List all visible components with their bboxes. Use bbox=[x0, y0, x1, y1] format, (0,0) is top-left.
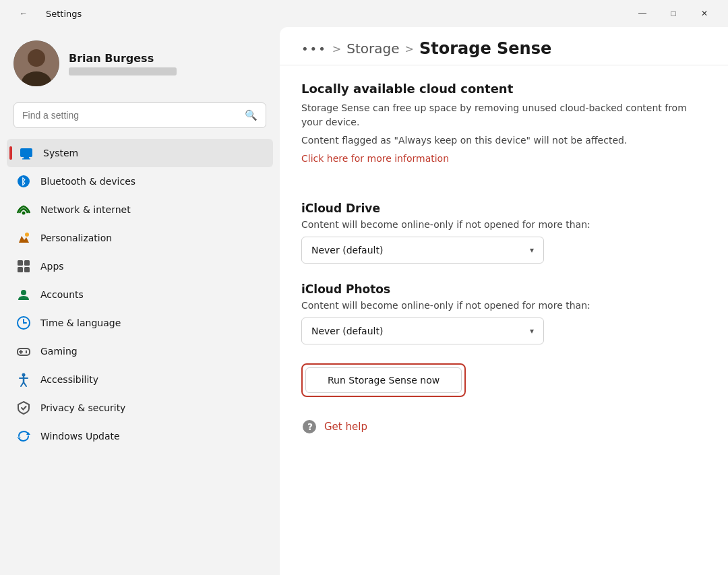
sidebar-item-gaming[interactable]: Gaming bbox=[7, 337, 273, 365]
svg-point-8 bbox=[22, 212, 26, 215]
back-button[interactable]: ← bbox=[8, 3, 39, 24]
svg-rect-11 bbox=[24, 260, 30, 266]
breadcrumb-sep1: > bbox=[332, 42, 341, 55]
run-button-container: Run Storage Sense now bbox=[301, 363, 706, 397]
personalization-icon bbox=[16, 231, 31, 245]
sidebar-item-time[interactable]: Time & language bbox=[7, 309, 273, 337]
icloud-photos-desc: Content will become online-only if not o… bbox=[301, 300, 706, 311]
search-box[interactable]: 🔍 bbox=[13, 102, 266, 128]
sidebar-item-accounts[interactable]: Accounts bbox=[7, 280, 273, 309]
breadcrumb-sep2: > bbox=[405, 42, 414, 55]
titlebar-title: Settings bbox=[46, 9, 82, 19]
time-icon bbox=[16, 315, 31, 330]
get-help-link[interactable]: ? Get help bbox=[301, 419, 706, 435]
cloud-content-section: Locally available cloud content Storage … bbox=[301, 82, 706, 183]
gaming-icon bbox=[16, 344, 31, 359]
sidebar-label-network: Network & internet bbox=[40, 204, 131, 215]
cloud-section-desc1: Storage Sense can free up space by remov… bbox=[301, 101, 706, 129]
svg-point-14 bbox=[21, 290, 26, 295]
sidebar-label-system: System bbox=[43, 148, 78, 158]
icloud-photos-section: iCloud Photos Content will become online… bbox=[301, 282, 706, 344]
more-info-link[interactable]: Click here for more information bbox=[301, 153, 449, 164]
svg-rect-10 bbox=[18, 260, 23, 266]
get-help-icon: ? bbox=[301, 419, 317, 435]
sidebar-label-apps: Apps bbox=[40, 261, 64, 272]
icloud-drive-desc: Content will become online-only if not o… bbox=[301, 219, 706, 230]
sidebar-item-bluetooth[interactable]: ᛒ Bluetooth & devices bbox=[7, 167, 273, 195]
sidebar-label-gaming: Gaming bbox=[40, 346, 78, 357]
breadcrumb-storage[interactable]: Storage bbox=[346, 40, 399, 57]
nav-list: System ᛒ Bluetooth & devices bbox=[0, 139, 280, 450]
run-storage-sense-button[interactable]: Run Storage Sense now bbox=[305, 367, 462, 393]
privacy-icon bbox=[16, 400, 31, 415]
system-icon bbox=[19, 146, 34, 160]
run-button-wrapper: Run Storage Sense now bbox=[301, 363, 466, 397]
sidebar-item-system[interactable]: System bbox=[7, 139, 273, 167]
svg-text:ᛒ: ᛒ bbox=[21, 177, 26, 187]
user-name: Brian Burgess bbox=[69, 52, 177, 65]
user-section[interactable]: Brian Burgess bbox=[0, 27, 280, 97]
search-input[interactable] bbox=[22, 110, 239, 121]
cloud-section-desc2: Content flagged as "Always keep on this … bbox=[301, 133, 706, 148]
svg-rect-5 bbox=[22, 158, 30, 160]
minimize-button[interactable]: — bbox=[627, 3, 658, 24]
breadcrumb-dots[interactable]: ••• bbox=[301, 42, 327, 56]
dropdown-arrow2-icon: ▾ bbox=[530, 326, 534, 336]
bluetooth-icon: ᛒ bbox=[16, 174, 31, 189]
avatar bbox=[13, 40, 59, 86]
svg-rect-12 bbox=[18, 267, 23, 272]
titlebar-left: ← Settings bbox=[8, 3, 82, 24]
get-help-label: Get help bbox=[324, 421, 367, 433]
sidebar-item-network[interactable]: Network & internet bbox=[7, 195, 273, 224]
svg-point-20 bbox=[26, 352, 27, 353]
sidebar-label-accounts: Accounts bbox=[40, 289, 84, 300]
breadcrumb: ••• > Storage > Storage Sense bbox=[280, 27, 728, 65]
icloud-photos-dropdown-value: Never (default) bbox=[311, 326, 383, 336]
update-icon bbox=[16, 429, 31, 444]
sidebar-item-personalization[interactable]: Personalization bbox=[7, 224, 273, 252]
sidebar-label-time: Time & language bbox=[40, 317, 121, 328]
sidebar-label-privacy: Privacy & security bbox=[40, 402, 125, 413]
apps-icon bbox=[16, 259, 31, 274]
active-indicator bbox=[9, 146, 12, 160]
sidebar-label-accessibility: Accessibility bbox=[40, 374, 98, 385]
icloud-photos-dropdown[interactable]: Never (default) ▾ bbox=[301, 317, 544, 344]
user-info: Brian Burgess bbox=[69, 52, 177, 75]
close-button[interactable]: ✕ bbox=[689, 3, 720, 24]
sidebar-label-personalization: Personalization bbox=[40, 233, 112, 243]
svg-point-1 bbox=[28, 49, 45, 67]
cloud-section-title: Locally available cloud content bbox=[301, 82, 706, 96]
maximize-button[interactable]: □ bbox=[658, 3, 689, 24]
svg-line-25 bbox=[24, 382, 26, 386]
icloud-drive-dropdown-value: Never (default) bbox=[311, 245, 383, 255]
sidebar-label-update: Windows Update bbox=[40, 431, 120, 442]
svg-text:?: ? bbox=[307, 421, 313, 432]
search-container: 🔍 bbox=[0, 97, 280, 139]
user-email-bar bbox=[69, 67, 177, 75]
breadcrumb-current: Storage Sense bbox=[419, 39, 551, 58]
svg-rect-4 bbox=[24, 157, 29, 158]
search-icon: 🔍 bbox=[245, 109, 257, 121]
sidebar-item-privacy[interactable]: Privacy & security bbox=[7, 394, 273, 422]
sidebar-item-apps[interactable]: Apps bbox=[7, 252, 273, 280]
svg-marker-27 bbox=[17, 437, 21, 439]
titlebar: ← Settings — □ ✕ bbox=[0, 0, 728, 27]
svg-point-9 bbox=[25, 233, 29, 237]
sidebar: Brian Burgess 🔍 bbox=[0, 27, 280, 575]
svg-rect-3 bbox=[20, 148, 32, 157]
sidebar-label-bluetooth: Bluetooth & devices bbox=[40, 176, 135, 187]
main-window: Brian Burgess 🔍 bbox=[0, 27, 728, 575]
icloud-drive-title: iCloud Drive bbox=[301, 202, 706, 215]
network-icon bbox=[16, 202, 31, 217]
icloud-drive-dropdown[interactable]: Never (default) ▾ bbox=[301, 237, 544, 264]
sidebar-item-accessibility[interactable]: Accessibility bbox=[7, 365, 273, 394]
titlebar-controls: — □ ✕ bbox=[627, 3, 720, 24]
dropdown-arrow-icon: ▾ bbox=[530, 245, 534, 255]
sidebar-item-update[interactable]: Windows Update bbox=[7, 422, 273, 450]
icloud-photos-title: iCloud Photos bbox=[301, 282, 706, 296]
content-body: Locally available cloud content Storage … bbox=[280, 65, 728, 575]
accounts-icon bbox=[16, 287, 31, 302]
accessibility-icon bbox=[16, 372, 31, 387]
icloud-drive-section: iCloud Drive Content will become online-… bbox=[301, 202, 706, 264]
content-area: ••• > Storage > Storage Sense Locally av… bbox=[280, 27, 728, 575]
